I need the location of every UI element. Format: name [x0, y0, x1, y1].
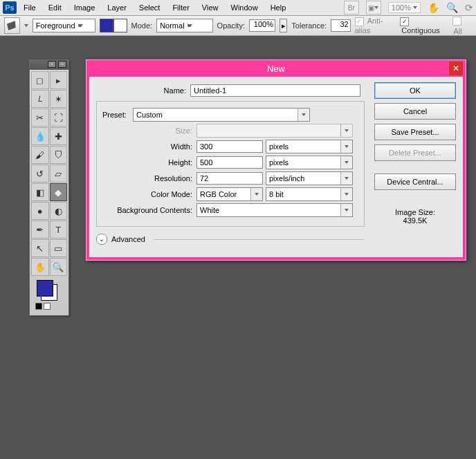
shape-tool[interactable]: ▭ [50, 239, 68, 257]
bgcontents-label: Background Contents: [102, 206, 196, 214]
all-layers-checkbox[interactable] [452, 17, 461, 26]
colormode-label: Color Mode: [102, 190, 196, 198]
blur-tool[interactable]: ● [31, 202, 49, 220]
contiguous-label: Contiguous [401, 26, 440, 35]
menu-image[interactable]: Image [68, 2, 101, 13]
paint-bucket-icon[interactable] [4, 17, 20, 34]
foreground-color[interactable] [37, 280, 53, 297]
zoom-tool[interactable]: 🔍 [50, 258, 68, 276]
slice-tool[interactable]: ⛶ [50, 109, 68, 127]
save-preset-button[interactable]: Save Preset... [374, 124, 456, 140]
tool-preset-dropdown[interactable] [24, 24, 28, 27]
tolerance-label: Tolerance: [291, 21, 327, 30]
magic-wand-tool[interactable]: ✶ [50, 90, 68, 108]
dialog-title: New [267, 64, 285, 74]
device-central-button[interactable]: Device Central... [374, 174, 456, 190]
menu-layer[interactable]: Layer [102, 2, 132, 13]
color-swatches[interactable] [37, 280, 57, 301]
menu-view[interactable]: View [196, 2, 224, 13]
blend-mode-select[interactable]: Normal [156, 19, 212, 32]
dialog-titlebar[interactable]: New ✕ [86, 60, 466, 77]
tools-header[interactable]: «× [30, 60, 68, 70]
ok-button[interactable]: OK [374, 82, 456, 99]
move-tool[interactable]: ▸ [50, 71, 68, 89]
gradient-tool[interactable]: ◧ [31, 183, 49, 201]
options-bar: Foreground Mode: Normal Opacity: 100% ▸ … [0, 16, 476, 36]
name-input[interactable] [190, 84, 360, 97]
menubar: Ps File Edit Image Layer Select Filter V… [0, 0, 476, 16]
collapse-icon[interactable]: « [48, 61, 56, 68]
resolution-unit-select[interactable]: pixels/inch [266, 171, 353, 185]
advanced-label: Advanced [111, 235, 145, 243]
height-input[interactable] [196, 156, 263, 169]
size-select [196, 124, 353, 138]
resolution-input[interactable] [196, 172, 263, 185]
cancel-button[interactable]: Cancel [374, 103, 456, 120]
eyedropper-tool[interactable]: 💧 [31, 127, 49, 145]
menu-edit[interactable]: Edit [43, 2, 67, 13]
all-layers-label: All [454, 27, 462, 35]
bridge-button[interactable]: Br [344, 1, 359, 15]
width-label: Width: [102, 142, 196, 151]
height-unit-select[interactable]: pixels [266, 156, 353, 169]
foreground-swatch-picker[interactable] [100, 19, 127, 32]
brush-tool[interactable]: 🖌 [31, 146, 49, 164]
pen-tool[interactable]: ✒ [31, 221, 49, 238]
zoom-dropdown[interactable]: 100% [388, 2, 421, 13]
size-label: Size: [102, 127, 196, 135]
lasso-tool[interactable]: 𝘓 [31, 90, 49, 108]
advanced-toggle[interactable]: ⌄ [96, 234, 107, 245]
dodge-tool[interactable]: ◐ [50, 202, 68, 220]
fill-source-select[interactable]: Foreground [33, 19, 95, 32]
menu-window[interactable]: Window [226, 2, 264, 13]
default-colors-icon[interactable] [35, 303, 42, 310]
name-label: Name: [96, 86, 190, 95]
preset-label: Preset: [102, 111, 133, 119]
bgcontents-select[interactable]: White [196, 203, 353, 217]
foreground-color-swatch[interactable] [100, 19, 113, 32]
delete-preset-button: Delete Preset... [374, 144, 456, 161]
height-label: Height: [102, 158, 196, 167]
healing-brush-tool[interactable]: ✚ [50, 127, 68, 145]
hand-tool-icon[interactable]: ✋ [428, 2, 439, 13]
rotate-view-icon[interactable]: ⟳ [465, 2, 473, 13]
hand-tool[interactable]: ✋ [31, 258, 49, 276]
menu-file[interactable]: File [18, 2, 42, 13]
tolerance-input[interactable]: 32 [331, 19, 351, 32]
marquee-tool[interactable]: ◻ [31, 71, 49, 89]
path-select-tool[interactable]: ↖ [31, 239, 49, 257]
menu-select[interactable]: Select [134, 2, 166, 13]
clone-stamp-tool[interactable]: ⛉ [50, 146, 68, 164]
zoom-tool-icon[interactable]: 🔍 [446, 2, 458, 13]
contiguous-checkbox[interactable]: ✓ [400, 17, 409, 26]
width-input[interactable] [196, 140, 263, 153]
menu-filter[interactable]: Filter [167, 2, 194, 13]
colordepth-select[interactable]: 8 bit [266, 187, 353, 201]
preset-select[interactable]: Custom [133, 108, 310, 122]
colormode-select[interactable]: RGB Color [196, 187, 263, 201]
opacity-label: Opacity: [217, 21, 245, 30]
width-unit-select[interactable]: pixels [266, 140, 353, 153]
opacity-input[interactable]: 100% [249, 19, 275, 32]
app-logo[interactable]: Ps [3, 1, 17, 14]
opacity-flyout[interactable]: ▸ [280, 19, 287, 32]
new-document-dialog: New ✕ Name: Preset: Custom Size: [86, 59, 466, 261]
crop-tool[interactable]: ✂ [31, 109, 49, 127]
resolution-label: Resolution: [102, 174, 196, 182]
close-button[interactable]: ✕ [449, 62, 463, 75]
type-tool[interactable]: T [50, 221, 68, 238]
pattern-swatch[interactable] [113, 19, 127, 32]
screen-mode-button[interactable]: ▣ [366, 1, 381, 15]
history-brush-tool[interactable]: ↺ [31, 165, 49, 182]
paint-bucket-tool[interactable]: ◆ [50, 183, 68, 201]
menu-help[interactable]: Help [265, 2, 292, 13]
image-size-value: 439.5K [374, 216, 456, 225]
antialias-checkbox[interactable]: ✓ [355, 17, 364, 26]
mode-label: Mode: [131, 21, 153, 30]
tools-panel: «× ◻ ▸ 𝘓 ✶ ✂ ⛶ 💧 ✚ 🖌 ⛉ ↺ ▱ ◧ ◆ ● ◐ ✒ T ↖… [29, 59, 69, 316]
image-size-label: Image Size: [374, 208, 456, 216]
close-panel-icon[interactable]: × [58, 61, 66, 68]
eraser-tool[interactable]: ▱ [50, 165, 68, 182]
quick-mask-icon[interactable] [44, 303, 51, 310]
